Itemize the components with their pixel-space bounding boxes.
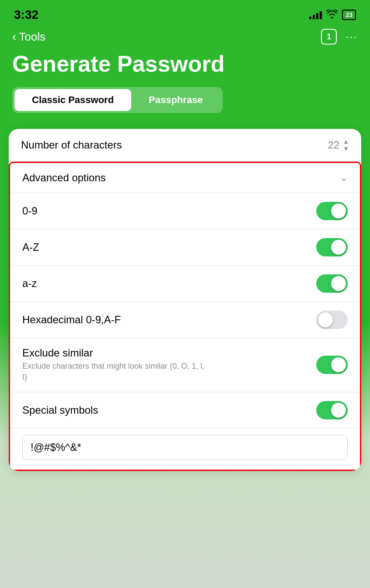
toggle-row-special-symbols: Special symbols [10,392,360,429]
toggle-digits[interactable] [316,202,348,220]
back-button[interactable]: ‹ Tools [12,30,45,44]
status-time: 3:32 [14,8,38,22]
tab-classic-password[interactable]: Classic Password [14,89,131,111]
char-count-row: Number of characters 22 ▲ ▼ [9,129,361,162]
char-count-label: Number of characters [21,139,122,151]
nav-right-controls: 1 ··· [321,29,358,45]
status-bar: 3:32 23 [0,0,370,25]
toggle-thumb-hex [318,312,333,327]
advanced-options-label: Advanced options [22,172,106,184]
tab-count-badge[interactable]: 1 [321,29,337,45]
toggle-label-uppercase: A-Z [22,241,39,253]
symbols-input-row [10,429,360,470]
toggle-row-uppercase: A-Z [10,229,360,266]
tab-passphrase[interactable]: Passphrase [131,89,220,111]
back-chevron-icon: ‹ [12,30,16,44]
tab-switcher: Classic Password Passphrase [12,87,223,113]
toggle-thumb-uppercase [331,240,346,255]
toggle-thumb-exclude-similar [331,357,346,372]
stepper-icon: ▲ ▼ [343,138,349,152]
chevron-down-icon: ⌄ [340,172,348,183]
toggle-uppercase[interactable] [316,238,348,256]
char-count-value: 22 [328,139,339,151]
toggle-thumb-digits [331,204,346,218]
toggle-label-special-symbols: Special symbols [22,404,98,416]
toggle-row-hex: Hexadecimal 0-9,A-F [10,302,360,338]
content-card: Number of characters 22 ▲ ▼ Advanced opt… [9,129,361,470]
toggle-label-exclude-similar: Exclude similar Exclude characters that … [22,347,206,383]
more-button[interactable]: ··· [346,30,358,44]
phone-frame: 3:32 23 ‹ Tools [0,0,370,588]
toggle-label-lowercase: a-z [22,277,37,290]
toggle-lowercase[interactable] [316,274,348,293]
battery-icon: 23 [342,10,356,20]
toggle-hex[interactable] [316,311,348,329]
toggle-row-digits: 0-9 [10,193,360,229]
toggle-special-symbols[interactable] [316,401,348,419]
nav-bar: ‹ Tools 1 ··· [0,25,370,50]
toggle-thumb-special-symbols [331,403,346,418]
advanced-options-header[interactable]: Advanced options ⌄ [10,163,360,193]
char-count-control[interactable]: 22 ▲ ▼ [328,138,349,152]
symbols-input[interactable] [22,435,348,460]
advanced-options-section: Advanced options ⌄ 0-9 A-Z [9,162,361,470]
toggle-label-hex: Hexadecimal 0-9,A-F [22,314,121,326]
signal-icon [309,10,322,19]
toggle-row-exclude-similar: Exclude similar Exclude characters that … [10,338,360,392]
toggle-exclude-similar[interactable] [316,356,348,374]
toggle-label-digits: 0-9 [22,205,38,217]
status-icons: 23 [309,10,356,21]
toggle-thumb-lowercase [331,276,346,291]
toggle-row-lowercase: a-z [10,266,360,302]
back-label: Tools [19,30,45,44]
wifi-icon [326,10,338,21]
page-title: Generate Password [0,50,370,87]
